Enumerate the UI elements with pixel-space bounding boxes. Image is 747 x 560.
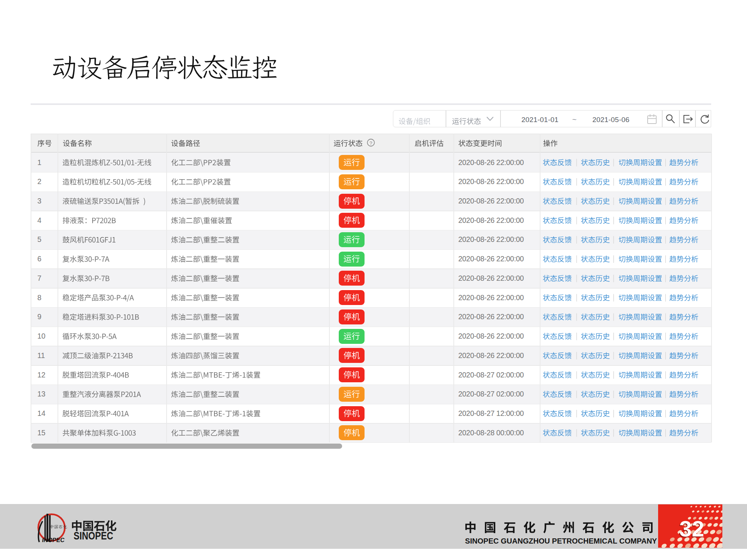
svg-text:2020-08-26 22:00:00: 2020-08-26 22:00:00 bbox=[458, 293, 524, 302]
svg-text:2020-08-27 02:00:00: 2020-08-27 02:00:00 bbox=[458, 390, 524, 398]
svg-text:~: ~ bbox=[572, 115, 577, 124]
svg-text:2020-08-26 22:00:00: 2020-08-26 22:00:00 bbox=[458, 177, 524, 186]
svg-text:2020-08-28 00:00:00: 2020-08-28 00:00:00 bbox=[458, 429, 524, 437]
svg-text:4: 4 bbox=[37, 216, 41, 224]
svg-text:2020-08-26 22:00:00: 2020-08-26 22:00:00 bbox=[458, 255, 524, 263]
svg-text:5: 5 bbox=[37, 235, 41, 243]
svg-text:10: 10 bbox=[37, 332, 46, 340]
svg-text:2020-08-27 12:00:00: 2020-08-27 12:00:00 bbox=[458, 409, 524, 417]
svg-text:11: 11 bbox=[37, 351, 45, 360]
svg-text:2020-08-26 22:00:00: 2020-08-26 22:00:00 bbox=[458, 312, 524, 321]
svg-text:2020-08-26 22:00:00: 2020-08-26 22:00:00 bbox=[458, 274, 524, 282]
svg-text:1: 1 bbox=[37, 158, 41, 167]
svg-text:2020-08-26 22:00:00: 2020-08-26 22:00:00 bbox=[458, 158, 524, 167]
svg-text:12: 12 bbox=[37, 371, 46, 379]
svg-text:7: 7 bbox=[37, 274, 41, 282]
svg-text:SINOPEC GUANGZHOU PETROCHEMIC: SINOPEC GUANGZHOU PETROCHEMICAL COMPANY bbox=[465, 536, 657, 545]
svg-text:2021-01-01: 2021-01-01 bbox=[521, 116, 558, 124]
svg-text:SINOPEC: SINOPEC bbox=[74, 529, 113, 542]
svg-text:15: 15 bbox=[37, 429, 46, 437]
svg-text:14: 14 bbox=[37, 409, 46, 417]
svg-text:6: 6 bbox=[37, 255, 41, 263]
svg-text:2020-08-26 22:00:00: 2020-08-26 22:00:00 bbox=[458, 216, 524, 224]
svg-text:32: 32 bbox=[679, 516, 704, 541]
svg-text:2020-08-26 22:00:00: 2020-08-26 22:00:00 bbox=[458, 235, 524, 243]
svg-text:13: 13 bbox=[37, 390, 46, 398]
svg-text:9: 9 bbox=[37, 312, 41, 321]
svg-text:2021-05-06: 2021-05-06 bbox=[592, 116, 629, 124]
svg-text:2020-08-26 22:00:00: 2020-08-26 22:00:00 bbox=[458, 197, 524, 205]
svg-text:2020-08-26 22:00:00: 2020-08-26 22:00:00 bbox=[458, 332, 524, 340]
svg-text:2: 2 bbox=[37, 177, 41, 186]
svg-text:2020-08-27 02:00:00: 2020-08-27 02:00:00 bbox=[458, 371, 524, 379]
svg-text:INOPEC: INOPEC bbox=[42, 536, 65, 544]
svg-text:?: ? bbox=[369, 140, 372, 146]
svg-text:2020-08-26 22:00:00: 2020-08-26 22:00:00 bbox=[458, 351, 524, 360]
svg-text:8: 8 bbox=[37, 293, 41, 302]
svg-text:3: 3 bbox=[37, 197, 41, 205]
